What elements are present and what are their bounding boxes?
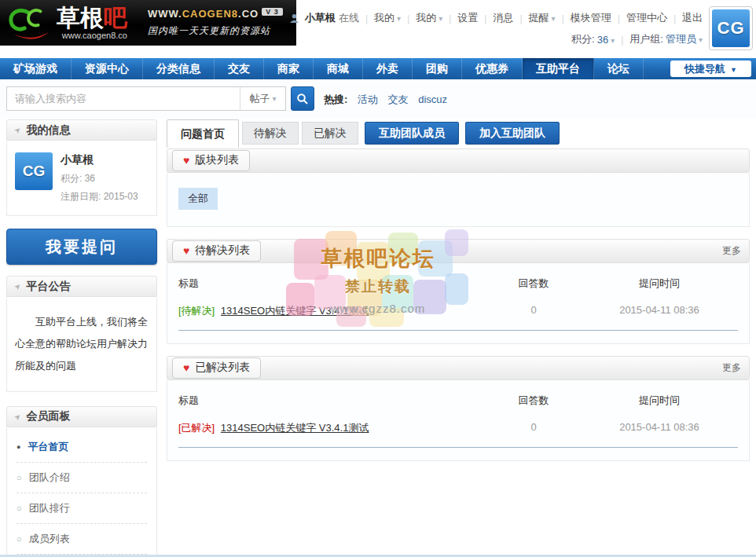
nav-item-mutual-help[interactable]: 互助平台	[523, 58, 594, 79]
team-members-button[interactable]: 互助团队成员	[365, 122, 459, 145]
menu-notices[interactable]: 提醒	[529, 11, 556, 25]
sidebar-item-platform-home[interactable]: ● 平台首页	[17, 432, 147, 463]
menu-module-admin[interactable]: 模块管理	[571, 11, 611, 25]
nav-item-coupons[interactable]: 优惠券	[462, 58, 523, 79]
menu-messages[interactable]: 消息	[493, 11, 513, 25]
nav-item-friends[interactable]: 交友	[215, 58, 264, 79]
row-answers-cell: 0	[486, 304, 581, 318]
sidebar-avatar[interactable]: CG	[15, 152, 53, 190]
search-strip: 帖子 热搜: 活动 交友 discuz	[0, 79, 756, 118]
row-title-cell: [待解决] 1314SEO内链关键字 V3.4.1测试	[178, 304, 486, 318]
solved-list-panel: ♥ 已解决列表 更多 标题 回答数 提问时间 [已解决] 1314SEO内链关	[167, 356, 750, 461]
profile-card: CG 小草根 积分: 36 注册日期: 2015-03	[6, 141, 157, 216]
sidebar-item-team-ranking[interactable]: ○ 团队排行	[17, 493, 147, 524]
pending-list-pill: ♥ 待解决列表	[172, 240, 261, 262]
solved-more-link[interactable]: 更多	[722, 361, 741, 375]
divider	[611, 13, 626, 24]
divider	[442, 13, 457, 24]
pending-list-title: 待解决列表	[195, 244, 250, 258]
usergroup-value[interactable]: 管理员	[666, 32, 703, 46]
tab-pending[interactable]: 待解决	[242, 122, 299, 145]
user-menu-row1: 小草根 在线 我的 我的 设置 消息 提醒 模块管理 管理中心 退出	[289, 11, 703, 25]
nav-item-merchants[interactable]: 商家	[264, 58, 314, 79]
hot-search: 热搜: 活动 交友 discuz	[324, 93, 447, 107]
col-time: 提问时间	[581, 394, 738, 408]
arrow-icon: ➤	[12, 281, 23, 292]
join-team-button[interactable]: 加入互助团队	[465, 122, 560, 145]
sidebar-item-member-list[interactable]: ○ 成员列表	[17, 524, 147, 555]
nav-item-resources[interactable]: 资源中心	[72, 58, 143, 79]
site-logo[interactable]: 草根吧 www.caogen8.co WWW.CAOGEN8.COV 3 国内唯…	[0, 0, 296, 46]
col-title: 标题	[178, 277, 486, 291]
pending-list-panel: ♥ 待解决列表 更多 标题 回答数 提问时间 [待解决] 1314SEO内链关	[167, 239, 750, 344]
search-type-label: 帖子	[249, 92, 270, 106]
credits-value[interactable]: 36	[597, 34, 615, 46]
table-row: [待解决] 1314SEO内链关键字 V3.4.1测试 0 2015-04-11…	[178, 301, 738, 331]
search-input[interactable]	[7, 87, 240, 110]
search-type-select[interactable]: 帖子	[240, 87, 285, 110]
sidebar-item-label: 团队介绍	[29, 471, 70, 485]
question-title-link[interactable]: 1314SEO内链关键字 V3.4.1测试	[221, 305, 369, 317]
tab-solved[interactable]: 已解决	[302, 122, 358, 145]
menu-my-2[interactable]: 我的	[416, 11, 442, 25]
ask-question-button[interactable]: 我要提问	[6, 229, 157, 265]
sidebar-item-label: 团队排行	[29, 501, 70, 515]
heart-icon: ♥	[183, 154, 189, 167]
menu-my-1[interactable]: 我的	[374, 11, 401, 25]
arrow-icon: ➤	[12, 411, 23, 422]
usergroup-label: 用户组:	[629, 32, 663, 46]
sidebar-item-label: 成员列表	[29, 532, 70, 546]
pending-list-header: ♥ 待解决列表 更多	[167, 239, 750, 263]
search-icon	[296, 93, 309, 105]
pending-more-link[interactable]: 更多	[722, 244, 741, 258]
solved-table: 标题 回答数 提问时间 [已解决] 1314SEO内链关键字 V3.4.1测试 …	[167, 380, 750, 461]
menu-logout[interactable]: 退出	[682, 11, 703, 25]
board-list-header: ♥ 版块列表	[167, 148, 750, 173]
profile-reg-date: 注册日期: 2015-03	[61, 190, 138, 203]
banner-url: WWW.CAOGEN8.COV 3	[148, 8, 283, 20]
nav-item-takeout[interactable]: 外卖	[363, 58, 413, 79]
col-answers: 回答数	[486, 277, 581, 291]
nav-item-groupbuy[interactable]: 团购	[413, 58, 462, 79]
logo-text-red: 吧	[104, 5, 127, 31]
user-menu-area: 小草根 在线 我的 我的 设置 消息 提醒 模块管理 管理中心 退出	[289, 11, 703, 46]
online-status: 在线	[339, 11, 359, 25]
search-button[interactable]	[291, 86, 314, 111]
heart-icon: ♥	[183, 361, 189, 374]
status-badge: [待解决]	[178, 305, 215, 317]
nav-item-classified[interactable]: 分类信息	[143, 58, 215, 79]
announcement-section-title: 平台公告	[26, 280, 70, 294]
sidebar-item-team-intro[interactable]: ○ 团队介绍	[17, 463, 147, 493]
divider	[615, 34, 629, 46]
divider	[401, 13, 416, 24]
announcement-section-header: ➤ 平台公告	[6, 276, 157, 297]
question-title-link[interactable]: 1314SEO内链关键字 V3.4.1测试	[221, 422, 369, 434]
tab-question-home[interactable]: 问题首页	[167, 119, 239, 148]
hot-link-discuz[interactable]: discuz	[418, 93, 447, 105]
nav-item-mine-games[interactable]: 矿场游戏	[0, 58, 72, 79]
pending-table-head: 标题 回答数 提问时间	[178, 268, 738, 301]
banner-suffix: .CO	[238, 8, 259, 20]
menu-admin-center[interactable]: 管理中心	[626, 11, 667, 25]
spacer	[6, 392, 157, 406]
search-box: 帖子	[6, 86, 286, 111]
pending-table: 标题 回答数 提问时间 [待解决] 1314SEO内链关键字 V3.4.1测试 …	[167, 263, 750, 344]
profile-credits: 积分: 36	[61, 172, 138, 185]
hot-link-activity[interactable]: 活动	[358, 93, 378, 105]
main-nav: 矿场游戏 资源中心 分类信息 交友 商家 商城 外卖 团购 优惠券 互助平台 论…	[0, 58, 756, 79]
quick-nav-button[interactable]: 快捷导航	[670, 60, 751, 77]
profile-info: 小草根 积分: 36 注册日期: 2015-03	[61, 152, 138, 203]
board-list-panel: ♥ 版块列表 全部	[167, 148, 750, 227]
board-all-chip[interactable]: 全部	[178, 188, 218, 210]
profile-section-title: 我的信息	[26, 123, 70, 137]
solved-list-header: ♥ 已解决列表 更多	[167, 356, 750, 380]
nav-item-forum[interactable]: 论坛	[594, 58, 644, 79]
main-content: 问题首页 待解决 已解决 互助团队成员 加入互助团队 ♥ 版块列表 全部	[167, 119, 750, 557]
header-avatar[interactable]: CG	[709, 6, 753, 50]
username-link[interactable]: 小草根	[305, 11, 336, 25]
hot-link-friends[interactable]: 交友	[388, 93, 409, 105]
col-time: 提问时间	[581, 277, 738, 291]
nav-item-mall[interactable]: 商城	[314, 58, 363, 79]
arrow-icon: ➤	[12, 125, 23, 136]
menu-settings[interactable]: 设置	[457, 11, 478, 25]
